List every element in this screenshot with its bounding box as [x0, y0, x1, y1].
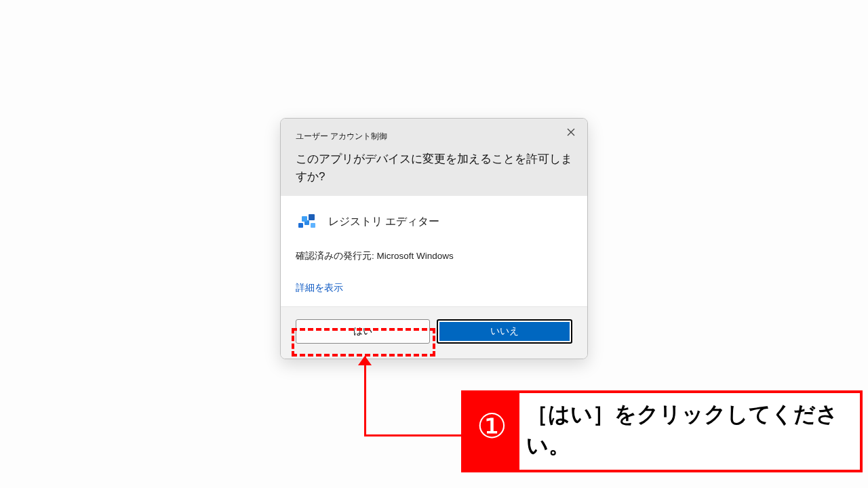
instruction-text: ［はい］をクリックしてください。 — [519, 393, 860, 470]
svg-rect-5 — [309, 214, 315, 220]
svg-rect-4 — [302, 216, 307, 222]
annotation-arrow-line — [364, 434, 462, 436]
svg-rect-2 — [298, 223, 303, 228]
dialog-header: ユーザー アカウント制御 このアプリがデバイスに変更を加えることを許可しますか? — [281, 119, 587, 196]
svg-rect-6 — [311, 223, 315, 228]
step-number: ① — [464, 393, 519, 470]
dialog-title: ユーザー アカウント制御 — [296, 131, 572, 142]
yes-button[interactable]: はい — [296, 319, 430, 344]
show-details-link[interactable]: 詳細を表示 — [296, 282, 343, 294]
dialog-body: レジストリ エディター 確認済みの発行元: Microsoft Windows … — [281, 196, 587, 306]
app-name: レジストリ エディター — [328, 215, 439, 229]
annotation-arrow-line — [364, 357, 366, 436]
no-button[interactable]: いいえ — [437, 319, 572, 344]
close-icon — [567, 128, 575, 136]
dialog-footer: はい いいえ — [281, 306, 587, 359]
dialog-question: このアプリがデバイスに変更を加えることを許可しますか? — [296, 150, 572, 186]
registry-editor-icon — [296, 211, 319, 234]
close-button[interactable] — [564, 125, 578, 139]
uac-dialog: ユーザー アカウント制御 このアプリがデバイスに変更を加えることを許可しますか?… — [280, 118, 588, 359]
publisher-line: 確認済みの発行元: Microsoft Windows — [296, 250, 572, 262]
app-row: レジストリ エディター — [296, 211, 572, 234]
instruction-callout: ① ［はい］をクリックしてください。 — [461, 390, 863, 472]
